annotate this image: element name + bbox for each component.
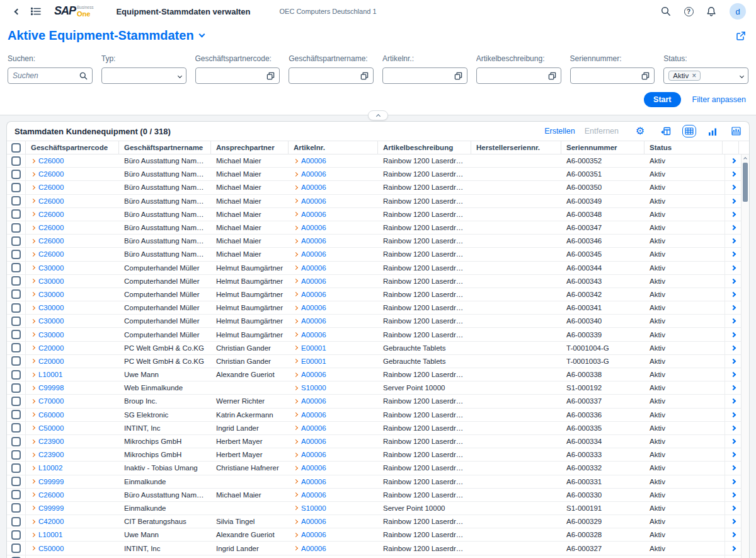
table-row[interactable]: C26000 Büro Ausstattung Namyslo Gm… Mich… (7, 168, 741, 181)
table-view-icon[interactable] (682, 125, 696, 137)
value-help-icon[interactable] (548, 72, 556, 80)
bp-code-link[interactable]: C30000 (38, 277, 64, 285)
row-checkbox[interactable] (11, 437, 21, 446)
bp-code-link[interactable]: C99999 (38, 504, 64, 512)
row-checkbox[interactable] (11, 223, 21, 233)
row-navigate-icon[interactable] (730, 532, 735, 537)
bp-code-link[interactable]: C26000 (38, 170, 64, 178)
item-no-link[interactable]: A00006 (301, 438, 326, 445)
item-no-link[interactable]: A00006 (301, 411, 326, 419)
token-remove-icon[interactable]: × (692, 72, 696, 79)
bp-code-link[interactable]: C30000 (38, 291, 64, 298)
row-checkbox[interactable] (11, 317, 21, 326)
table-row[interactable]: C23900 Mikrochips GmbH Herbert Mayer A00… (7, 448, 741, 462)
table-row[interactable]: C26000 Büro Ausstattung Namyslo Gm… Mich… (7, 195, 741, 208)
row-navigate-icon[interactable] (730, 385, 735, 390)
item-no-link[interactable]: A00006 (301, 170, 326, 178)
row-checkbox[interactable] (11, 196, 21, 206)
table-row[interactable]: C26000 Büro Ausstattung Namyslo Gm… Mich… (7, 154, 741, 168)
sap-business-one-logo[interactable]: SAP Business One (54, 5, 93, 18)
status-multiselect[interactable]: Aktiv × (663, 67, 748, 84)
item-no-input[interactable] (382, 67, 467, 84)
bp-code-link[interactable]: L10001 (38, 531, 62, 538)
row-navigate-icon[interactable] (730, 452, 735, 457)
bp-code-link[interactable]: C60000 (38, 411, 64, 419)
row-navigate-icon[interactable] (730, 252, 735, 257)
row-navigate-icon[interactable] (730, 238, 735, 243)
row-checkbox[interactable] (11, 343, 21, 352)
row-checkbox[interactable] (11, 236, 21, 246)
table-row[interactable]: C30000 Computerhandel Müller Helmut Baum… (7, 315, 741, 328)
bp-code-link[interactable]: C50000 (38, 424, 64, 432)
table-row[interactable]: C30000 Computerhandel Müller Helmut Baum… (7, 262, 741, 275)
bp-code-input[interactable] (195, 67, 280, 84)
table-row[interactable]: C60000 SG Elektronic Katrin Ackermann A0… (7, 409, 741, 422)
row-checkbox[interactable] (11, 463, 21, 473)
help-icon[interactable]: ? (680, 3, 697, 20)
bp-code-link[interactable]: L10002 (38, 464, 62, 472)
row-navigate-icon[interactable] (730, 519, 735, 524)
bp-code-link[interactable]: C20000 (38, 357, 64, 365)
row-navigate-icon[interactable] (730, 372, 735, 377)
row-checkbox[interactable] (11, 490, 21, 499)
table-row[interactable]: C26000 Büro Ausstattung Namyslo Gm… Mich… (7, 489, 741, 502)
bp-code-link[interactable]: C30000 (38, 317, 64, 325)
settings-gear-icon[interactable]: ⚙ (633, 125, 647, 137)
value-help-icon[interactable] (266, 72, 275, 80)
table-row[interactable]: C20000 PC Welt GmbH & Co.KG Christian Ga… (7, 342, 741, 355)
table-row[interactable]: C30000 Computerhandel Müller Helmut Baum… (7, 288, 741, 301)
row-checkbox[interactable] (11, 530, 21, 540)
bp-code-link[interactable]: C20000 (38, 344, 64, 352)
item-no-link[interactable]: A00006 (301, 371, 326, 378)
table-row[interactable]: C50000 INTINT, Inc Ingrid Lander A00006 … (7, 422, 741, 435)
table-row[interactable]: C30000 Computerhandel Müller Helmut Baum… (7, 301, 741, 315)
table-row[interactable]: C30000 Computerhandel Müller Helmut Baum… (7, 328, 741, 341)
row-checkbox[interactable] (11, 156, 21, 166)
item-no-link[interactable]: A00006 (301, 331, 326, 339)
item-no-link[interactable]: A00006 (301, 531, 326, 538)
bp-code-link[interactable]: C99999 (38, 478, 64, 485)
table-row[interactable]: C26000 Büro Ausstattung Namyslo Gm… Mich… (7, 248, 741, 261)
bp-code-link[interactable]: C26000 (38, 183, 64, 191)
row-navigate-icon[interactable] (730, 279, 735, 284)
item-no-link[interactable]: A00006 (301, 518, 326, 525)
row-navigate-icon[interactable] (730, 225, 735, 230)
row-navigate-icon[interactable] (730, 292, 735, 297)
column-header-bp-name[interactable]: Geschäftspartnername (119, 141, 211, 154)
table-row[interactable]: C26000 Büro Ausstattung Namyslo Gm… Mich… (7, 221, 741, 235)
value-help-icon[interactable] (360, 72, 369, 80)
item-no-link[interactable]: S10000 (301, 384, 326, 392)
type-select[interactable] (101, 67, 186, 84)
share-icon[interactable] (736, 31, 746, 41)
row-checkbox[interactable] (11, 170, 21, 179)
item-no-link[interactable]: A00006 (301, 264, 326, 272)
row-checkbox[interactable] (11, 289, 21, 299)
bp-code-link[interactable]: L10001 (38, 371, 62, 378)
notifications-bell-icon[interactable] (703, 3, 719, 20)
row-navigate-icon[interactable] (730, 479, 735, 484)
row-navigate-icon[interactable] (730, 212, 735, 217)
row-checkbox[interactable] (11, 477, 21, 486)
row-navigate-icon[interactable] (730, 345, 735, 350)
chart-table-view-icon[interactable] (729, 125, 743, 137)
item-no-link[interactable]: A00006 (301, 304, 326, 311)
row-navigate-icon[interactable] (730, 158, 735, 163)
scrollbar-up-button[interactable] (742, 154, 749, 162)
table-row[interactable]: C99998 Web Einmalkunde S10000 Server Poi… (7, 381, 741, 395)
row-navigate-icon[interactable] (730, 305, 735, 310)
item-no-link[interactable]: A00006 (301, 478, 326, 485)
bp-code-link[interactable]: C50000 (38, 545, 64, 552)
bp-code-link[interactable]: C23900 (38, 451, 64, 458)
row-navigate-icon[interactable] (730, 171, 735, 177)
bp-code-link[interactable]: C30000 (38, 264, 64, 272)
table-row[interactable]: C70000 Broup Inc. Werner Richter A00006 … (7, 395, 741, 408)
item-no-link[interactable]: A00006 (301, 250, 326, 258)
variant-selector[interactable]: Aktive Equipment-Stammdaten (8, 28, 204, 43)
row-checkbox[interactable] (11, 543, 21, 553)
item-no-link[interactable]: A00006 (301, 224, 326, 231)
create-button[interactable]: Erstellen (544, 127, 575, 136)
table-row[interactable]: L10002 Inaktiv - Tobias Umang Christiane… (7, 462, 741, 475)
user-avatar[interactable]: d (730, 3, 746, 20)
column-header-mfr-serial[interactable]: Herstellerseriennr. (471, 141, 561, 154)
bp-code-link[interactable]: C26000 (38, 250, 64, 258)
